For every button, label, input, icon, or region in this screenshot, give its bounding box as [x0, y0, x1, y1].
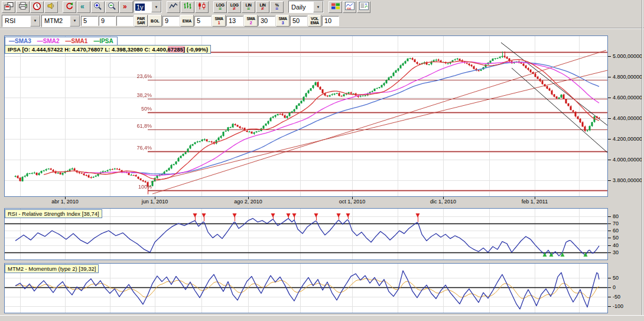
lin-scale-unequal-button[interactable]: LIN≠ — [256, 1, 269, 13]
sma1-period-input[interactable] — [226, 16, 243, 26]
sma1-button-label: SMA — [214, 17, 223, 21]
rsi-axis-tick — [608, 216, 611, 217]
chevron-down-icon[interactable]: ▼ — [151, 1, 161, 12]
sma2-button[interactable]: SMA2 — [244, 15, 258, 27]
statistics-button[interactable]: stat — [343, 1, 356, 13]
param-input-c[interactable] — [116, 16, 134, 26]
time-axis-label: oct 1, 2010 — [328, 199, 376, 205]
chevron-down-icon[interactable]: ▼ — [70, 15, 80, 27]
price-axis-tick — [608, 139, 611, 140]
fib-level-label: 100% — [116, 184, 152, 190]
percent-scale-button[interactable]: %= — [270, 1, 284, 13]
stats-chart-icon: stat — [345, 2, 354, 12]
toolbar-indicators: RSI▼MTM2▼PARSARBOLEMASMA1SMA2SMA3VOLEMA — [0, 14, 644, 28]
candlestick-chart-button[interactable] — [195, 1, 209, 13]
toolbar-separator — [58, 1, 62, 13]
line-chart-button[interactable] — [167, 1, 180, 13]
price-axis-tick — [608, 180, 611, 181]
parsar-button-label: PAR — [137, 17, 145, 21]
rsi-axis-label: 70 — [613, 221, 619, 226]
toolbar-separator — [209, 1, 213, 13]
parsar-button-sublabel: SAR — [137, 21, 145, 25]
rsi-panel-title: RSI - Relative Strength Index [38,74] — [5, 209, 102, 218]
horizontal-scrollbar[interactable] — [0, 315, 644, 321]
sma2-button-sublabel: 2 — [250, 21, 252, 25]
print-button[interactable] — [16, 1, 30, 13]
time-axis-label: feb 1, 2011 — [511, 199, 558, 205]
rsi-axis-tick — [608, 238, 611, 238]
rsi-axis-label: 30 — [613, 249, 619, 255]
main-price-chart[interactable] — [5, 36, 607, 196]
ema-period-input[interactable] — [194, 16, 212, 26]
sound-button[interactable] — [44, 1, 58, 13]
bol-period-input[interactable] — [162, 16, 180, 26]
sma3-period-input[interactable] — [290, 16, 307, 26]
indicator1-select[interactable]: RSI▼ — [2, 15, 41, 27]
bollinger-button[interactable]: BOL — [148, 15, 162, 27]
price-axis-label: 4.800,00000 — [613, 74, 642, 80]
momentum-indicator-panel: MTM2 - Momentum (type 2) [39,32] — [4, 263, 608, 313]
svg-text:stat: stat — [347, 7, 352, 10]
clock-button[interactable] — [30, 1, 44, 13]
rsi-axis-label: 80 — [613, 213, 619, 219]
time-axis-label: jun 1, 2010 — [131, 199, 178, 205]
fib-level-label: 23,6% — [116, 73, 152, 79]
volema-button[interactable]: VOLEMA — [308, 15, 321, 27]
price-axis-label: 4.200,00000 — [613, 136, 642, 142]
sma3-button[interactable]: SMA3 — [276, 15, 290, 27]
range-select[interactable]: 1y▼ — [134, 1, 162, 13]
time-axis-label: ago 2, 2010 — [225, 199, 272, 205]
parsar-button[interactable]: PARSAR — [134, 15, 148, 27]
scroll-back-button[interactable]: « — [77, 1, 90, 13]
chevron-down-icon[interactable]: ▼ — [313, 1, 323, 12]
volema-period-input[interactable] — [322, 16, 339, 26]
param-input-b[interactable] — [99, 16, 116, 26]
sma2-button-label: SMA — [246, 17, 255, 21]
log-scale-equal-button[interactable]: LOG= — [213, 1, 227, 13]
momentum-axis-tick — [608, 287, 611, 288]
legend-item-sma3: —SMA3 — [9, 38, 31, 44]
legend-item-sma2: —SMA2 — [37, 38, 60, 44]
chevrons-left-icon: « — [80, 2, 88, 12]
zoom-in-button[interactable] — [91, 1, 105, 13]
period-select[interactable]: Daily▼ — [288, 1, 324, 13]
refresh-button[interactable] — [63, 1, 76, 13]
rsi-axis-tick — [608, 252, 611, 253]
log-scale-equal-button-mode-glyph: = — [219, 7, 222, 11]
log-scale-unequal-button[interactable]: LOG≠ — [227, 1, 241, 13]
zoom-out-button[interactable] — [105, 1, 119, 13]
range-select-value: 1y — [135, 4, 145, 11]
windows-button[interactable] — [2, 1, 15, 13]
lin-scale-equal-button[interactable]: LIN= — [242, 1, 255, 13]
trading-app-window: «»1y▼LOG=LOG≠LIN=LIN≠%=Daily▼stat RSI▼MT… — [0, 0, 644, 321]
sma3-button-sublabel: 3 — [282, 21, 284, 25]
zoom-in-icon — [93, 2, 102, 12]
scroll-forward-button[interactable]: » — [119, 1, 133, 13]
ohlc-chart-icon — [183, 2, 192, 12]
report-button[interactable] — [357, 1, 370, 13]
rsi-axis-tick — [608, 245, 611, 246]
momentum-axis-label: 0 — [613, 284, 616, 290]
sma2-period-input[interactable] — [258, 16, 275, 26]
chevron-down-icon[interactable]: ▼ — [30, 15, 40, 27]
rsi-axis-label: 60 — [613, 228, 619, 234]
report-icon — [359, 2, 369, 12]
fib-level-label: 50% — [116, 106, 152, 112]
clock-icon — [32, 2, 41, 12]
price-axis-tick — [608, 98, 611, 98]
momentum-axis-tick — [608, 306, 611, 307]
toolbar-main: «»1y▼LOG=LOG≠LIN=LIN≠%=Daily▼stat — [0, 0, 644, 14]
fib-level-label: 61,8% — [116, 123, 152, 129]
rsi-axis-label: 50 — [613, 235, 619, 241]
sma1-button[interactable]: SMA1 — [212, 15, 226, 27]
rsi-axis-tick — [608, 223, 611, 224]
mosaic-view-button[interactable] — [328, 1, 342, 13]
price-axis-tick — [608, 160, 611, 160]
last-price-highlight: 67285] — [168, 46, 186, 53]
indicator2-select[interactable]: MTM2▼ — [41, 15, 80, 27]
ema-button[interactable]: EMA — [180, 15, 194, 27]
price-axis-label: 3.800,00000 — [613, 177, 642, 183]
ohlc-chart-button[interactable] — [181, 1, 194, 13]
sma1-button-sublabel: 1 — [218, 21, 220, 25]
param-input-a[interactable] — [81, 16, 98, 26]
